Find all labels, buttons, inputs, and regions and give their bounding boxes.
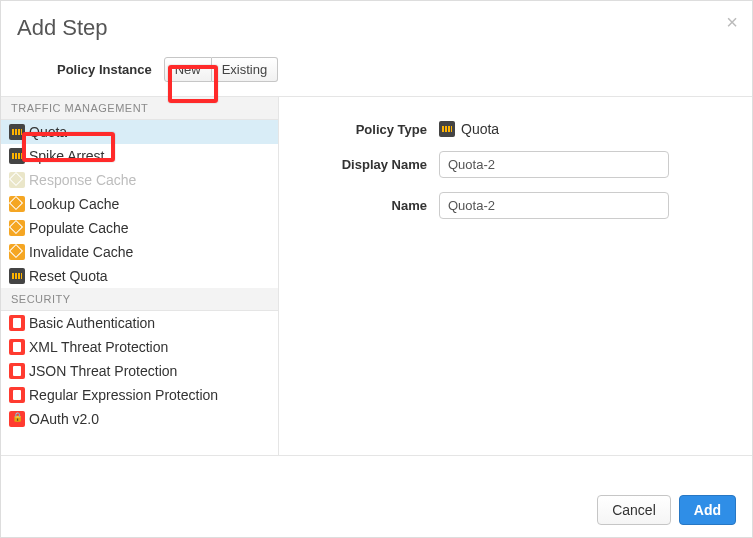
policy-item-label: OAuth v2.0 xyxy=(29,411,99,427)
policy-item[interactable]: Regular Expression Protection xyxy=(1,383,278,407)
policy-item[interactable]: Populate Cache xyxy=(1,216,278,240)
sec-icon xyxy=(9,339,25,355)
policy-item[interactable]: JSON Threat Protection xyxy=(1,359,278,383)
display-name-label: Display Name xyxy=(309,157,439,172)
modal-body: TRAFFIC MANAGEMENTQuotaSpike ArrestRespo… xyxy=(1,96,752,456)
policy-item-label: Reset Quota xyxy=(29,268,108,284)
policy-item-label: Invalidate Cache xyxy=(29,244,133,260)
policy-item-label: JSON Threat Protection xyxy=(29,363,177,379)
modal-header: Add Step xyxy=(1,1,752,51)
cache-icon xyxy=(9,220,25,236)
policy-instance-toggle: New Existing xyxy=(164,57,279,82)
modal-footer: Cancel Add xyxy=(1,483,752,537)
policy-type-label: Policy Type xyxy=(309,122,439,137)
display-name-input[interactable] xyxy=(439,151,669,178)
policy-item[interactable]: Quota xyxy=(1,120,278,144)
policy-item[interactable]: Invalidate Cache xyxy=(1,240,278,264)
quota-icon xyxy=(9,268,25,284)
add-button[interactable]: Add xyxy=(679,495,736,525)
sec-icon xyxy=(9,315,25,331)
name-row: Name xyxy=(309,192,722,219)
display-name-row: Display Name xyxy=(309,151,722,178)
policy-item-label: Spike Arrest xyxy=(29,148,104,164)
oauth-icon xyxy=(9,411,25,427)
category-header: TRAFFIC MANAGEMENT xyxy=(1,97,278,120)
cancel-button[interactable]: Cancel xyxy=(597,495,671,525)
policy-item[interactable]: Reset Quota xyxy=(1,264,278,288)
add-step-modal: Add Step × Policy Instance New Existing … xyxy=(0,0,753,538)
category-header: SECURITY xyxy=(1,288,278,311)
sec-icon xyxy=(9,363,25,379)
policy-instance-label: Policy Instance xyxy=(57,62,152,77)
policy-item[interactable]: XML Threat Protection xyxy=(1,335,278,359)
policy-item[interactable]: Basic Authentication xyxy=(1,311,278,335)
policy-item-label: Quota xyxy=(29,124,67,140)
policy-item[interactable]: OAuth v2.0 xyxy=(1,407,278,431)
policy-item-label: Response Cache xyxy=(29,172,136,188)
policy-instance-new-button[interactable]: New xyxy=(164,57,212,82)
policy-item-label: Basic Authentication xyxy=(29,315,155,331)
policy-item-label: Populate Cache xyxy=(29,220,129,236)
quota-icon xyxy=(9,124,25,140)
policy-form-panel: Policy Type Quota Display Name Name xyxy=(279,97,752,455)
cache-icon xyxy=(9,196,25,212)
policy-instance-row: Policy Instance New Existing xyxy=(1,51,752,96)
quota-icon xyxy=(439,121,455,137)
cache-icon xyxy=(9,244,25,260)
policy-instance-existing-button[interactable]: Existing xyxy=(212,57,279,82)
policy-type-value: Quota xyxy=(439,121,499,137)
name-input[interactable] xyxy=(439,192,669,219)
policy-type-row: Policy Type Quota xyxy=(309,121,722,137)
policy-item-label: Lookup Cache xyxy=(29,196,119,212)
name-label: Name xyxy=(309,198,439,213)
policy-item[interactable]: Lookup Cache xyxy=(1,192,278,216)
modal-title: Add Step xyxy=(17,15,736,41)
sec-icon xyxy=(9,387,25,403)
policy-item-label: Regular Expression Protection xyxy=(29,387,218,403)
policy-type-text: Quota xyxy=(461,121,499,137)
policy-item-label: XML Threat Protection xyxy=(29,339,168,355)
policy-item[interactable]: Spike Arrest xyxy=(1,144,278,168)
policy-list-panel[interactable]: TRAFFIC MANAGEMENTQuotaSpike ArrestRespo… xyxy=(1,97,279,455)
close-icon[interactable]: × xyxy=(726,11,738,34)
cache-dis-icon xyxy=(9,172,25,188)
quota-icon xyxy=(9,148,25,164)
policy-item: Response Cache xyxy=(1,168,278,192)
